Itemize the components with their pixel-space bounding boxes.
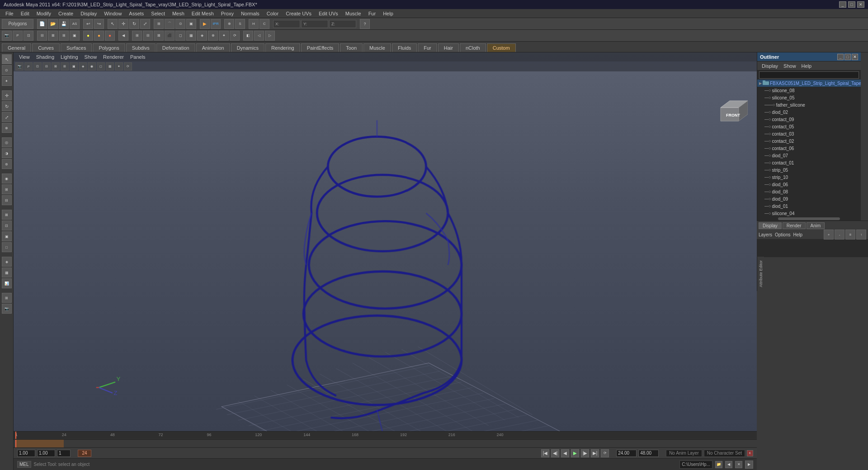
layout-horiz[interactable]: ⊡ [2,221,12,230]
open-btn[interactable]: 📂 [48,19,58,29]
menu-modify[interactable]: Modify [33,10,55,17]
scale-tool-lt[interactable]: ⤢ [2,112,12,122]
frame-field[interactable] [57,450,71,457]
vp-w7[interactable]: ◻ [97,62,105,70]
layer-opts-btn[interactable]: ≡ [845,230,855,240]
vp-w3[interactable]: ⊞ [61,62,69,70]
snap-point-btn[interactable]: ⊙ [175,19,185,29]
z-input[interactable]: Z: [329,20,356,28]
tree-item-diod02[interactable]: —○ diod_02 [757,108,861,116]
frame-all-btn[interactable]: ⊡ [24,31,33,41]
menu-create[interactable]: Create [55,10,77,17]
show-manip-btn[interactable]: ⊕ [224,19,234,29]
menu-normals[interactable]: Normals [237,10,263,17]
ipr-btn[interactable]: IPR [211,19,221,29]
snap-surface-btn[interactable]: ▣ [186,19,196,29]
vis12-btn[interactable]: ◁ [254,31,264,41]
move-tool[interactable]: ✛ [118,19,128,29]
menu-file[interactable]: File [2,10,17,17]
scale-tool[interactable]: ⤢ [140,19,150,29]
tab-polygons[interactable]: Polygons [93,43,125,52]
save-as-btn[interactable]: AS [70,19,80,29]
undo-btn[interactable]: ↩ [83,19,93,29]
vis5-btn[interactable]: ◻ [175,31,185,41]
tree-root-item[interactable]: ▶ FBXASC051M_LED_Strip_Light_Spiral_Tape [757,80,861,87]
tab-muscle[interactable]: Muscle [363,43,391,52]
move-tool-lt[interactable]: ✛ [2,90,12,100]
tab-curves[interactable]: Curves [32,43,60,52]
redo-btn[interactable]: ↪ [94,19,104,29]
step-back-btn[interactable]: ◀| [551,449,559,457]
tab-subdivs[interactable]: Subdivs [126,43,156,52]
menu-edit-mesh[interactable]: Edit Mesh [188,10,217,17]
no-anim-layer[interactable]: No Anim Layer [666,450,702,457]
tab-deformation[interactable]: Deformation [156,43,195,52]
vis13-btn[interactable]: ▷ [265,31,275,41]
hscroll-thumb[interactable] [778,217,840,220]
attr-editor-label[interactable]: Attribute Editor [758,257,764,291]
tab-hair[interactable]: Hair [438,43,459,52]
menu-color[interactable]: Color [263,10,282,17]
menu-window[interactable]: Window [100,10,125,17]
vp-menu-panels[interactable]: Panels [127,54,148,60]
max-frame-field1[interactable] [616,450,637,457]
cube-gizmo[interactable]: FRONT [712,94,748,126]
vis-left-btn[interactable]: ◀ [118,31,128,41]
layout-vert[interactable]: ▣ [2,231,12,241]
menu-edit[interactable]: Edit [17,10,33,17]
menu-create-uvs[interactable]: Create UVs [282,10,315,17]
hypershade-btn[interactable]: ◈ [2,257,12,267]
camera-bottom[interactable]: 📷 [2,304,12,314]
step-fwd-btn[interactable]: |▶ [581,449,589,457]
x-input[interactable]: X: [273,20,300,28]
layer-move-btn[interactable]: ↑ [856,230,866,240]
wireframe-btn[interactable]: ⊟ [37,31,47,41]
soft-btn[interactable]: S [235,19,245,29]
new-layer-btn[interactable]: + [824,230,834,240]
vis7-btn[interactable]: ◈ [197,31,207,41]
path-btn3[interactable]: ✕ [735,461,742,468]
tree-item-contact06[interactable]: —○ contact_06 [757,145,861,152]
lasso-tool[interactable]: ⊙ [2,65,12,75]
show-manip-lt[interactable]: ⊛ [2,159,12,169]
outliner-hscrollbar[interactable] [757,217,861,221]
outliner-menu-show[interactable]: Show [781,63,799,69]
menu-proxy[interactable]: Proxy [217,10,237,17]
ob-tab-anim[interactable]: Anim [807,222,825,229]
tab-fur[interactable]: Fur [418,43,437,52]
vp-frame-btn[interactable]: ⊡ [33,62,42,70]
soft-tool[interactable]: ◎ [2,137,12,147]
shaded-btn[interactable]: ▣ [70,31,80,41]
tree-item-diod01[interactable]: —○ diod_01 [757,202,861,210]
light1-btn[interactable]: ● [83,31,93,41]
camera-btn[interactable]: 📷 [2,31,12,41]
tab-ncloth[interactable]: nCloth [460,43,486,52]
menu-mesh[interactable]: Mesh [169,10,188,17]
tree-item-contact01[interactable]: —○ contact_01 [757,159,861,166]
tab-rendering[interactable]: Rendering [265,43,300,52]
vis6-btn[interactable]: ▦ [186,31,196,41]
tab-surfaces[interactable]: Surfaces [61,43,92,52]
close-button[interactable]: ✕ [857,1,864,8]
outliner-minimize-btn[interactable]: _ [837,54,844,60]
camera-tumble[interactable]: ◉ [2,174,12,183]
graph-editor-btn[interactable]: 📊 [2,278,12,288]
vp-w1[interactable]: ⊟ [42,62,51,70]
light3-btn[interactable]: ● [105,31,115,41]
tab-custom[interactable]: Custom [487,43,516,52]
tab-painteffects[interactable]: PaintEffects [301,43,340,52]
rotate-tool[interactable]: ↻ [129,19,139,29]
poly-selector[interactable]: Polygons [2,19,33,29]
new-scene-btn[interactable]: 📄 [37,19,47,29]
outliner-menu-help[interactable]: Help [799,63,815,69]
max-frame-field2[interactable] [638,450,659,457]
outliner-search-input[interactable] [759,71,859,79]
vis1-btn[interactable]: ⊞ [132,31,142,41]
vis11-btn[interactable]: ◧ [243,31,253,41]
tree-item-silicone08[interactable]: —○ silicone_08 [757,87,861,94]
outliner-close-btn[interactable]: ✕ [852,54,858,60]
vis10-btn[interactable]: ⟳ [230,31,240,41]
tab-fluids[interactable]: Fluids [392,43,417,52]
loop-btn[interactable]: ⟳ [601,449,609,457]
vis9-btn[interactable]: ✦ [219,31,229,41]
